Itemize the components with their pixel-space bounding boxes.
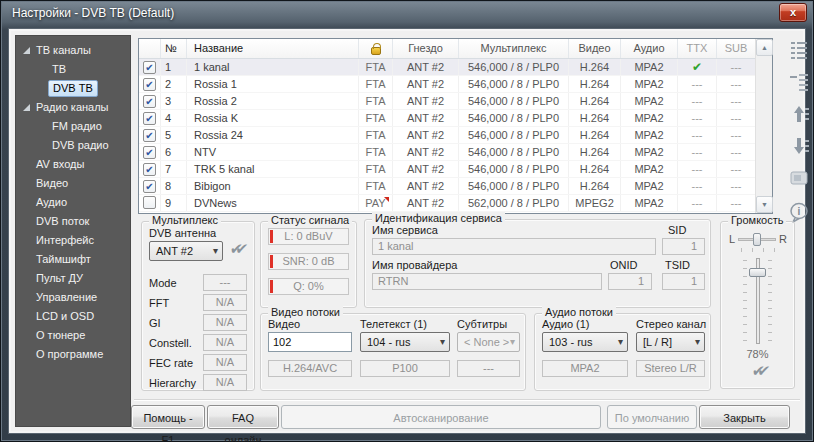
cell-audio: MPA2 — [621, 110, 678, 126]
tree-item-tv[interactable]: ТВ — [16, 60, 130, 79]
balance-right-label: R — [779, 233, 787, 245]
header-video[interactable]: Видео — [569, 39, 621, 58]
fec-label: FEC rate — [149, 357, 203, 369]
table-row[interactable]: ✔ 1 1 kanal FTA ANT #2 546,000 / 8 / PLP… — [139, 59, 755, 76]
close-dialog-button[interactable]: Закрыть — [699, 405, 790, 429]
balance-slider-thumb[interactable] — [753, 233, 761, 246]
channel-checkbox[interactable]: ✔ — [143, 129, 156, 142]
audio-pid-label: Аудио (1) — [542, 318, 590, 330]
channel-checkbox[interactable]: ✔ — [143, 95, 156, 108]
cell-socket: ANT #2 — [393, 195, 459, 211]
expander-icon[interactable] — [23, 104, 30, 111]
video-streams-title: Видео потоки — [268, 306, 343, 318]
table-row[interactable]: 9 DVNews PAY ANT #2 562,000 / 8 / PLP0 M… — [139, 195, 755, 212]
header-ttx[interactable]: TTX — [678, 39, 717, 58]
scroll-up-icon[interactable]: ▲ — [756, 39, 773, 56]
tree-item-dvb-stream[interactable]: DVB поток — [16, 212, 130, 231]
tree-item-about-program[interactable]: О программе — [16, 345, 130, 364]
balance-slider[interactable] — [738, 238, 776, 241]
header-name[interactable]: Название — [187, 39, 359, 58]
header-num[interactable]: № — [161, 39, 187, 58]
volume-ticks-left — [743, 260, 747, 344]
teletext-combobox[interactable]: 104 - rus — [360, 332, 450, 352]
header-access[interactable] — [359, 39, 393, 58]
volume-apply-check-icon[interactable]: ✔✔ — [751, 362, 765, 380]
table-row[interactable]: ✔ 3 Rossia 2 FTA ANT #2 546,000 / 8 / PL… — [139, 93, 755, 110]
header-checkbox[interactable] — [139, 39, 161, 58]
footer-separator — [134, 399, 800, 401]
cell-name: DVNews — [187, 195, 359, 211]
cell-access: FTA — [359, 59, 393, 75]
table-scrollbar[interactable]: ▲ ▼ — [755, 39, 772, 213]
signal-status-panel: Статус сигнала L: 0 dBuV SNR: 0 dB Q: 0% — [260, 221, 357, 308]
channel-checkbox[interactable]: ✔ — [143, 163, 156, 176]
autoscan-button[interactable]: Автосканирование — [281, 405, 601, 429]
table-row[interactable]: ✔ 4 Rossia K FTA ANT #2 546,000 / 8 / PL… — [139, 110, 755, 127]
cell-socket: ANT #2 — [393, 127, 459, 143]
tree-item-dvb-radio[interactable]: DVB радио — [16, 136, 130, 155]
close-button[interactable]: x — [779, 3, 807, 22]
help-button[interactable]: Помощь - F1 — [131, 405, 205, 429]
tree-item-radio-channels[interactable]: Радио каналы — [16, 98, 130, 117]
hierarchy-value: N/A — [203, 374, 247, 391]
cell-mux: 546,000 / 8 / PLP0 — [459, 127, 569, 143]
tree-item-tv-channels[interactable]: ТВ каналы — [16, 41, 130, 60]
antenna-combobox[interactable]: ANT #2 — [149, 241, 223, 261]
channel-checkbox[interactable] — [143, 196, 156, 209]
settings-tree: ТВ каналы ТВ DVB ТВ Радио каналы FM ради… — [15, 35, 131, 427]
audio-combobox[interactable]: 103 - rus — [542, 332, 628, 352]
subtitles-combobox[interactable]: < None > — [457, 332, 520, 352]
expander-icon[interactable] — [23, 47, 30, 54]
tree-item-lcd-osd[interactable]: LCD и OSD — [16, 307, 130, 326]
channel-checkbox[interactable]: ✔ — [143, 78, 156, 91]
cell-video: H.264 — [569, 144, 621, 160]
channel-checkbox[interactable]: ✔ — [143, 180, 156, 193]
tree-item-remote[interactable]: Пульт ДУ — [16, 269, 130, 288]
table-row[interactable]: ✔ 8 Bibigon FTA ANT #2 546,000 / 8 / PLP… — [139, 178, 755, 195]
tree-item-control[interactable]: Управление — [16, 288, 130, 307]
cell-num: 2 — [161, 76, 187, 92]
defaults-button[interactable]: По умолчанию — [607, 405, 697, 429]
tree-item-about-tuner[interactable]: О тюнере — [16, 326, 130, 345]
faq-button[interactable]: FAQ онлайн — [207, 405, 279, 429]
volume-slider-thumb[interactable] — [749, 268, 766, 277]
tree-item-timeshift[interactable]: Таймшифт — [16, 250, 130, 269]
move-up-icon[interactable] — [788, 103, 812, 127]
header-socket[interactable]: Гнездо — [393, 39, 459, 58]
channel-checkbox[interactable]: ✔ — [143, 61, 156, 74]
cell-video: H.264 — [569, 127, 621, 143]
cell-socket: ANT #2 — [393, 59, 459, 75]
renumber-icon[interactable] — [788, 71, 812, 95]
table-row[interactable]: ✔ 2 Rossia 1 FTA ANT #2 546,000 / 8 / PL… — [139, 76, 755, 93]
tree-item-av-inputs[interactable]: AV входы — [16, 155, 130, 174]
channel-checkbox[interactable]: ✔ — [143, 112, 156, 125]
tree-item-audio[interactable]: Аудио — [16, 193, 130, 212]
cell-sub: --- — [717, 76, 755, 92]
teletext-label: Телетекст (1) — [360, 318, 427, 330]
cell-access-pay: PAY — [359, 195, 393, 211]
channel-list-icon[interactable] — [788, 39, 812, 63]
table-row[interactable]: ✔ 7 TRK 5 kanal FTA ANT #2 546,000 / 8 /… — [139, 161, 755, 178]
channel-checkbox[interactable]: ✔ — [143, 146, 156, 159]
header-audio[interactable]: Аудио — [621, 39, 678, 58]
scroll-down-icon[interactable]: ▼ — [756, 196, 773, 213]
cell-access: FTA — [359, 76, 393, 92]
constell-label: Constell. — [149, 337, 203, 349]
tree-item-video[interactable]: Видео — [16, 174, 130, 193]
table-row[interactable]: ✔ 6 NTV FTA ANT #2 546,000 / 8 / PLP0 H.… — [139, 144, 755, 161]
cell-video: MPEG2 — [569, 195, 621, 211]
preview-icon[interactable] — [788, 167, 812, 191]
move-down-icon[interactable] — [788, 135, 812, 159]
table-row[interactable]: ✔ 5 Rossia 24 FTA ANT #2 546,000 / 8 / P… — [139, 127, 755, 144]
header-sub[interactable]: SUB — [717, 39, 755, 58]
stereo-combobox[interactable]: [L / R] — [636, 332, 705, 352]
tree-item-interface[interactable]: Интерфейс — [16, 231, 130, 250]
tree-item-fm-radio[interactable]: FM радио — [16, 117, 130, 136]
cell-ttx: --- — [678, 76, 717, 92]
video-pid-input[interactable] — [268, 332, 352, 352]
provider-value: RTRN — [372, 273, 602, 290]
tree-item-dvb-tv-selected[interactable]: DVB ТВ — [16, 79, 130, 98]
apply-antenna-check-icon[interactable]: ✔✔ — [229, 240, 243, 258]
header-mux[interactable]: Мультиплекс — [459, 39, 569, 58]
cell-mux: 546,000 / 8 / PLP0 — [459, 93, 569, 109]
